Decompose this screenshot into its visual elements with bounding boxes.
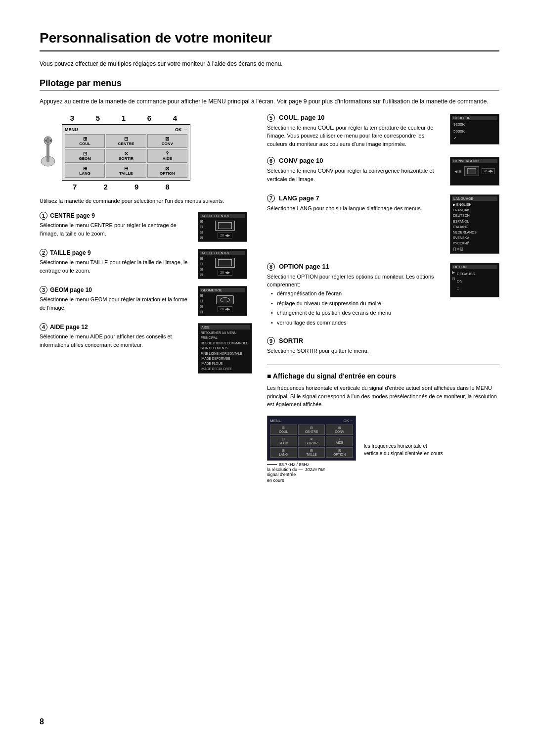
num-4: 4 xyxy=(173,114,177,122)
option-title: OPTION page 11 xyxy=(279,263,329,270)
sig-cell-conv: ⊠CONV xyxy=(326,425,353,435)
num-8: 8 xyxy=(166,183,170,191)
menu-and-joystick: ▲ ▼ ◀ ▶ MENU OK → ⊞COUL xyxy=(40,124,247,181)
option-num: 8 xyxy=(267,263,275,271)
signal-right-label: les fréquences horizontale et verticale … xyxy=(364,442,443,457)
lang-screen: LANGUAGE ▶ ENGLISH FRANÇAIS DEUTSCH ESPA… xyxy=(450,194,499,254)
sortir-desc: Sélectionne SORTIR pour quitter le menu. xyxy=(267,347,499,355)
signal-menu-header: MENU OK→ xyxy=(270,419,353,423)
sig-cell-option: ⊠OPTION xyxy=(326,447,353,458)
option-desc: Sélectionne OPTION pour régler les optio… xyxy=(267,273,445,289)
aide-desc: Sélectionne le menu AIDE pour afficher d… xyxy=(40,332,190,349)
sortir-num: 9 xyxy=(267,337,275,345)
coul-num: 5 xyxy=(267,114,275,122)
menu-item-geom: 3 GEOM page 10 Sélectionne le menu GEOM … xyxy=(40,286,247,316)
option-bullets: démagnétisation de l'écran réglage du ni… xyxy=(267,289,445,328)
taille-title: 2 TAILLE page 9 xyxy=(40,249,190,257)
menu-cell-geom: ⊡GEOM xyxy=(65,149,105,163)
left-column: 3 5 1 6 4 ▲ ▼ ◀ xyxy=(40,114,247,484)
taille-text: 2 TAILLE page 9 Sélectionne le menu TAIL… xyxy=(40,249,190,275)
aide-screen: AIDE RETOURNER AU MENU PRINCIPAL RESOLUT… xyxy=(198,323,247,374)
lang-num: 7 xyxy=(267,194,275,202)
menu-cell-option: ⊠OPTION xyxy=(147,164,187,178)
resolution-label-text: la résolution du — xyxy=(267,467,303,472)
conv-screen: CONVERGENCE ◀ ⊟ 26 ◀▶ xyxy=(450,157,499,186)
freq-label: 68.7kHz / 85Hz xyxy=(267,462,356,467)
menu-cell-taille: ⊟TAILLE xyxy=(106,164,146,178)
taille-desc: Sélectionne le menu TAILLE pour régler l… xyxy=(40,258,190,275)
bullet-2: réglage du niveau de suppression du moir… xyxy=(273,299,445,309)
main-title: Personnalisation de votre moniteur xyxy=(40,30,499,51)
right-item-coul: 5 COUL. page 10 Sélectionne le menu COUL… xyxy=(267,114,499,148)
centre-text: 1 CENTRE page 9 Sélectionne le menu CENT… xyxy=(40,212,190,237)
svg-text:▲: ▲ xyxy=(46,136,49,139)
coul-content: 5 COUL. page 10 Sélectionne le menu COUL… xyxy=(267,114,499,148)
lang-text: 7 LANG page 7 Sélectionne LANG pour choi… xyxy=(267,194,445,213)
signal-title: ■ Affichage du signal d'entrée en cours xyxy=(267,372,499,380)
menu-cell-lang: ⊞LANG xyxy=(65,164,105,178)
centre-title: 1 CENTRE page 9 xyxy=(40,212,190,220)
centre-desc: Sélectionne le menu CENTRE pour régler l… xyxy=(40,221,190,237)
num-6: 6 xyxy=(147,114,151,122)
conv-num: 6 xyxy=(267,157,275,165)
geom-desc: Sélectionne le menu GEOM pour régler la … xyxy=(40,295,190,312)
centre-num: 1 xyxy=(40,212,47,220)
page-number: 8 xyxy=(40,717,44,726)
svg-text:▶: ▶ xyxy=(50,139,52,142)
conv-content: 6 CONV page 10 Sélectionne le menu CONV … xyxy=(267,157,499,186)
section-pilotage-title: Pilotage par menus xyxy=(40,78,499,91)
menu-cell-aide: ?AIDE xyxy=(147,149,187,163)
menu-box: MENU OK → ⊞COUL ⊟CENTRE ⊠CONV xyxy=(62,124,190,181)
menu-cell-conv: ⊠CONV xyxy=(147,134,187,148)
resolution-value: 1024×768 xyxy=(305,467,325,472)
aide-title: 4 AIDE page 12 xyxy=(40,323,190,331)
signal-desc: Les fréquences horizontale et verticale … xyxy=(267,384,499,409)
main-content: 3 5 1 6 4 ▲ ▼ ◀ xyxy=(40,114,499,484)
bullet-1: démagnétisation de l'écran xyxy=(273,289,445,299)
conv-desc: Sélectionne le menu CONV pour régler la … xyxy=(267,167,445,183)
option-content: 8 OPTION page 11 Sélectionne OPTION pour… xyxy=(267,263,499,328)
coul-header: 5 COUL. page 10 xyxy=(267,114,445,122)
joystick-svg: ▲ ▼ ◀ ▶ xyxy=(40,132,57,171)
menu-item-centre: 1 CENTRE page 9 Sélectionne le menu CENT… xyxy=(40,212,247,242)
taille-num: 2 xyxy=(40,249,47,257)
menu-header: MENU OK → xyxy=(65,127,187,132)
left-menu-items: 1 CENTRE page 9 Sélectionne le menu CENT… xyxy=(40,212,247,374)
aide-num: 4 xyxy=(40,323,47,331)
menu-diagram-area: 3 5 1 6 4 ▲ ▼ ◀ xyxy=(40,114,247,191)
sig-cell-taille: ⊟TAILLE xyxy=(298,447,325,458)
geom-title: 3 GEOM page 10 xyxy=(40,286,190,294)
sortir-title: SORTIR xyxy=(279,337,303,344)
centre-screen: TAILLE / CENTRE ⊞ ⊟ ⊡ ⊠ xyxy=(198,212,247,242)
option-screen: OPTION ▶ ⊟ DEGAUSS ON □ xyxy=(450,263,499,297)
signal-section: ■ Affichage du signal d'entrée en cours … xyxy=(267,365,499,483)
geom-text: 3 GEOM page 10 Sélectionne le menu GEOM … xyxy=(40,286,190,312)
joystick-area: ▲ ▼ ◀ ▶ xyxy=(40,132,57,173)
menu-numbers-bottom: 7 2 9 8 xyxy=(59,183,188,191)
conv-header: 6 CONV page 10 xyxy=(267,157,445,165)
coul-desc: Sélectionne le menu COUL. pour régler la… xyxy=(267,124,445,148)
num-7: 7 xyxy=(73,183,77,191)
signal-diagram: MENU OK→ ⊞COUL ⊟CENTRE ⊠CONV ⊡GEOM ✕SORT… xyxy=(267,416,499,483)
right-item-sortir: 9 SORTIR Sélectionne SORTIR pour quitter… xyxy=(267,337,499,355)
intro-text: Vous pouvez effectuer de multiples régla… xyxy=(40,59,499,68)
num-3: 3 xyxy=(70,114,74,122)
coul-title: COUL. page 10 xyxy=(279,114,324,121)
lang-desc: Sélectionne LANG pour choisir la langue … xyxy=(267,204,445,213)
sig-cell-centre: ⊟CENTRE xyxy=(298,425,325,435)
num-9: 9 xyxy=(134,183,138,191)
sig-cell-lang: ⊞LANG xyxy=(270,447,297,458)
signal-label-left: signal d'entréeen cours xyxy=(267,472,356,483)
svg-text:▼: ▼ xyxy=(46,142,49,144)
select-text: Utilisez la manette de commande pour sél… xyxy=(40,197,247,205)
option-header: 8 OPTION page 11 xyxy=(267,263,445,271)
signal-grid: ⊞COUL ⊟CENTRE ⊠CONV ⊡GEOM ✕SORTIR ?AIDE … xyxy=(270,425,353,458)
sig-cell-aide: ?AIDE xyxy=(326,436,353,446)
menu-ok: OK → xyxy=(175,127,187,132)
bullet-4: verrouillage des commandes xyxy=(273,318,445,328)
bullet-3: changement de la position des écrans de … xyxy=(273,308,445,318)
menu-item-aide: 4 AIDE page 12 Sélectionne le menu AIDE … xyxy=(40,323,247,374)
lang-header: 7 LANG page 7 xyxy=(267,194,445,202)
menu-cell-sortir: ✕SORTIR xyxy=(106,149,146,163)
right-item-conv: 6 CONV page 10 Sélectionne le menu CONV … xyxy=(267,157,499,186)
